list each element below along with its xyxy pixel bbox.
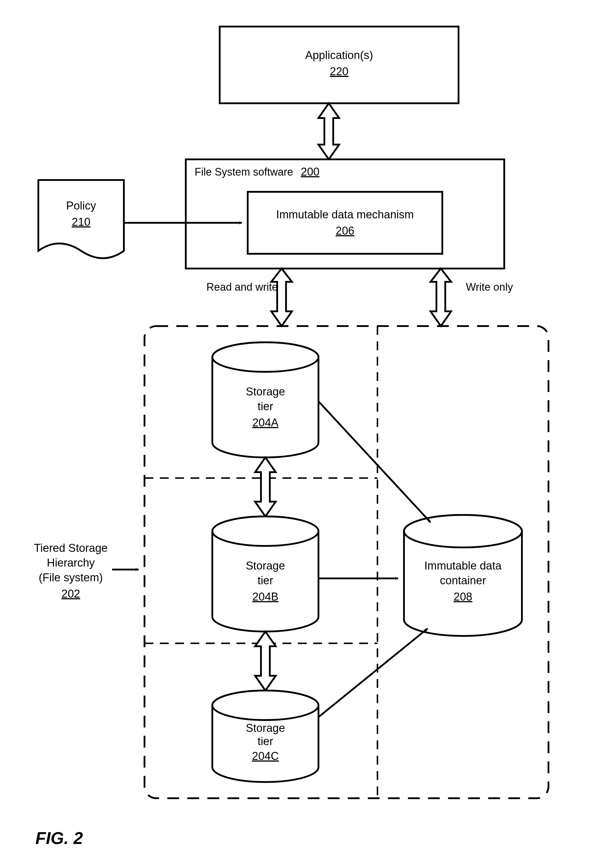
svg-point-15 — [212, 342, 319, 372]
diagram-figure: Application(s) 220 File System software … — [0, 0, 616, 867]
svg-text:204B: 204B — [252, 591, 279, 603]
svg-point-25 — [212, 690, 319, 720]
svg-text:tier: tier — [258, 400, 273, 413]
immutable-mechanism-label: Immutable data mechanism — [276, 208, 414, 221]
svg-text:Storage: Storage — [246, 385, 285, 398]
figure-label: FIG. 2 — [35, 828, 83, 848]
read-write-label: Read and write — [206, 281, 278, 293]
svg-text:204C: 204C — [252, 750, 279, 762]
svg-text:tier: tier — [258, 735, 273, 747]
svg-text:Immutable data: Immutable data — [424, 560, 502, 572]
write-only-label: Write only — [466, 281, 513, 293]
svg-text:208: 208 — [454, 591, 472, 603]
storage-tier-b: Storage tier 204B — [212, 516, 319, 632]
double-arrow-tier-a-b — [255, 457, 276, 516]
storage-tier-c: Storage tier 204C — [212, 690, 319, 782]
svg-text:Tiered Storage: Tiered Storage — [34, 542, 108, 554]
applications-label: Application(s) — [305, 49, 373, 61]
svg-text:Storage: Storage — [246, 722, 285, 734]
file-system-ref: 200 — [301, 166, 319, 178]
storage-hierarchy-label: Tiered Storage Hierarchy (File system) 2… — [34, 542, 138, 600]
double-arrow-tier-b-c — [255, 632, 276, 690]
immutable-container: Immutable data container 208 — [404, 515, 522, 636]
svg-text:202: 202 — [61, 588, 80, 600]
applications-ref: 220 — [330, 65, 348, 77]
svg-text:container: container — [440, 574, 486, 586]
read-write-arrow-group: Read and write — [206, 268, 292, 326]
immutable-mechanism-ref: 206 — [336, 225, 354, 237]
svg-line-36 — [319, 629, 427, 717]
write-only-arrow-group: Write only — [431, 268, 513, 326]
svg-line-34 — [319, 401, 431, 522]
svg-point-20 — [212, 516, 319, 546]
file-system-box: File System software 200 Immutable data … — [186, 159, 504, 268]
svg-text:(File system): (File system) — [39, 571, 103, 584]
applications-box: Application(s) 220 — [220, 27, 459, 103]
policy-label: Policy — [66, 200, 96, 212]
policy-ref: 210 — [72, 216, 90, 228]
svg-text:tier: tier — [258, 574, 273, 586]
svg-point-30 — [404, 515, 522, 547]
immutable-mechanism-box — [248, 192, 442, 254]
double-arrow-apps-filesystem — [319, 103, 339, 159]
svg-text:204A: 204A — [252, 416, 279, 429]
policy-shape: Policy 210 — [38, 180, 124, 258]
file-system-label: File System software — [195, 166, 293, 178]
svg-text:Hierarchy: Hierarchy — [47, 556, 95, 569]
storage-tier-a: Storage tier 204A — [212, 342, 319, 457]
svg-rect-0 — [220, 27, 459, 103]
svg-text:Storage: Storage — [246, 560, 285, 572]
